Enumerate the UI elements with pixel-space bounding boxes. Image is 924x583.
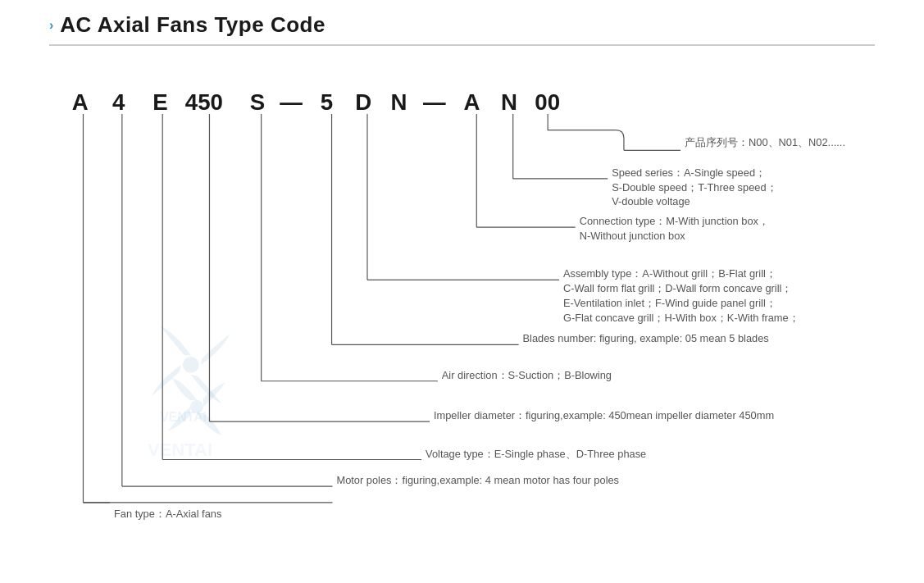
speed-series-line3: V-double voltage bbox=[612, 195, 690, 207]
code-N: N bbox=[391, 89, 407, 115]
assembly-type-line3: E-Ventilation inlet；F-Wind guide panel g… bbox=[563, 297, 776, 309]
connection-type-line2: N-Without junction box bbox=[580, 230, 686, 242]
code-A2: A bbox=[463, 89, 480, 115]
speed-series-line2: S-Double speed；T-Three speed； bbox=[612, 181, 776, 194]
code-5: 5 bbox=[321, 89, 333, 115]
assembly-type-line1: Assembly type：A-Without grill；B-Flat gri… bbox=[563, 267, 776, 280]
svg-text:VENTAI: VENTAI bbox=[160, 410, 207, 424]
impeller-diameter: Impeller diameter：figuring,example: 450m… bbox=[434, 409, 774, 421]
page-container: › AC Axial Fans Type Code VENTAI A 4 bbox=[0, 0, 924, 583]
code-00: 00 bbox=[535, 89, 560, 115]
voltage-type: Voltage type：E-Single phase、D-Three phas… bbox=[426, 448, 646, 460]
code-4: 4 bbox=[112, 89, 125, 115]
chevron-icon: › bbox=[49, 18, 53, 33]
code-dash1: — bbox=[280, 89, 303, 115]
assembly-type-line2: C-Wall form flat grill；D-Wall form conca… bbox=[563, 282, 793, 294]
air-direction: Air direction：S-Suction；B-Blowing bbox=[442, 369, 612, 381]
speed-series-line1: Speed series：A-Single speed； bbox=[612, 166, 766, 179]
code-N2: N bbox=[501, 89, 517, 115]
code-450: 450 bbox=[185, 89, 223, 115]
type-code-diagram: A 4 E 450 S — 5 D N — A N 00 bbox=[49, 62, 875, 538]
svg-point-22 bbox=[183, 357, 199, 373]
assembly-type-line4: G-Flat concave grill；H-With box；K-With f… bbox=[563, 312, 799, 324]
code-A: A bbox=[72, 89, 89, 115]
title-section: › AC Axial Fans Type Code bbox=[49, 12, 875, 38]
code-E: E bbox=[152, 89, 167, 115]
connection-type-line1: Connection type：M-With junction box， bbox=[580, 215, 769, 227]
code-D: D bbox=[355, 89, 371, 115]
fan-type: Fan type：A-Axial fans bbox=[114, 508, 221, 520]
title-divider bbox=[49, 44, 875, 46]
diagram-area: VENTAI A 4 E 450 S — 5 D N — A bbox=[49, 62, 875, 538]
code-dash2: — bbox=[423, 89, 446, 115]
motor-poles: Motor poles：figuring,example: 4 mean mot… bbox=[336, 474, 619, 486]
product-series-chinese: 产品序列号：N00、N01、N02...... bbox=[685, 136, 845, 148]
page-title: AC Axial Fans Type Code bbox=[60, 12, 325, 38]
blades-number: Blades number: figuring, example: 05 mea… bbox=[523, 332, 769, 344]
code-S: S bbox=[250, 89, 265, 115]
